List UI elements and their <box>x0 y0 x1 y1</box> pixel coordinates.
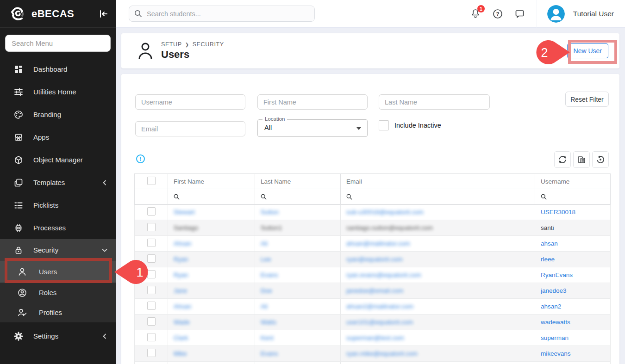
filter-email-input[interactable] <box>135 121 245 136</box>
grid-filter-row <box>135 189 611 204</box>
column-search-first-name[interactable] <box>168 189 255 204</box>
cell-first-name[interactable]: Ryan <box>174 271 188 278</box>
cell-username[interactable]: santi <box>541 224 554 231</box>
cell-last-name[interactable]: Doe <box>261 287 272 294</box>
cell-username[interactable]: RyanEvans <box>541 271 573 278</box>
sidebar-item-object-manager[interactable]: Object Manager <box>0 148 116 171</box>
cell-last-name[interactable]: Watts <box>261 319 276 326</box>
column-search-username[interactable] <box>535 189 611 204</box>
row-checkbox[interactable] <box>147 223 156 231</box>
cell-first-name[interactable]: Ryan <box>174 256 188 263</box>
collapse-sidebar-icon[interactable] <box>98 8 109 19</box>
column-header-first-name[interactable]: First Name <box>168 174 255 189</box>
cell-first-name[interactable]: Ahsan <box>174 240 191 247</box>
cell-username[interactable]: superman <box>541 334 569 341</box>
cell-first-name[interactable]: Clark <box>174 334 188 341</box>
sidebar-search-input[interactable] <box>5 35 111 52</box>
cell-username[interactable]: wadewatts <box>541 319 570 326</box>
cell-username[interactable]: janedoe3 <box>541 287 567 294</box>
column-header-last-name[interactable]: Last Name <box>255 174 341 189</box>
cell-last-name[interactable]: Ali <box>261 240 268 247</box>
cell-email[interactable]: ryan.evans@equatorit.com <box>346 271 421 278</box>
cell-first-name[interactable]: Ahsan <box>174 303 191 310</box>
restore-history-button[interactable] <box>592 151 609 168</box>
sidebar-item-templates[interactable]: Templates <box>0 171 116 194</box>
sidebar-item-label: Security <box>33 246 101 254</box>
cell-last-name[interactable]: Evans <box>261 271 278 278</box>
row-checkbox[interactable] <box>147 286 156 294</box>
user-name[interactable]: Tutorial User <box>573 10 614 18</box>
reset-filter-button[interactable]: Reset Filter <box>565 92 609 107</box>
cell-username[interactable]: ahsan <box>541 240 558 247</box>
cell-username[interactable]: mikeevans <box>541 350 571 357</box>
cell-email[interactable]: superman@test.com <box>346 334 404 341</box>
sidebar-item-picklists[interactable]: Picklists <box>0 194 116 216</box>
sidebar-search-wrap <box>0 28 116 58</box>
cell-email[interactable]: ryan.mike@equatorit.com <box>346 350 418 357</box>
column-header-email[interactable]: Email <box>341 174 535 189</box>
row-checkbox[interactable] <box>147 349 156 357</box>
filter-last-name-input[interactable] <box>379 94 490 110</box>
sidebar-item-profiles[interactable]: Profiles <box>0 302 116 322</box>
row-checkbox[interactable] <box>147 207 156 216</box>
cell-username[interactable]: rleee <box>541 256 555 263</box>
include-inactive-control[interactable]: Include Inactive <box>379 120 441 130</box>
copy-grid-button[interactable] <box>573 151 590 168</box>
location-select[interactable]: Location All <box>257 119 368 137</box>
sidebar-item-branding[interactable]: Branding <box>0 103 116 126</box>
column-search-last-name[interactable] <box>255 189 341 204</box>
student-search-input[interactable] <box>129 6 315 22</box>
cell-last-name[interactable]: Sutton <box>261 209 279 216</box>
cell-email[interactable]: ryan@equatorit.com <box>346 256 403 263</box>
chevron-left-icon <box>101 179 108 186</box>
include-inactive-checkbox[interactable] <box>379 120 389 130</box>
sidebar-item-apps[interactable]: Apps <box>0 126 116 148</box>
row-checkbox[interactable] <box>147 317 156 326</box>
cell-email[interactable]: user101@equatorit.com <box>346 319 413 326</box>
row-checkbox[interactable] <box>147 333 156 341</box>
info-icon[interactable]: ! <box>136 154 145 163</box>
row-checkbox[interactable] <box>147 239 156 247</box>
select-all-checkbox[interactable] <box>147 177 156 185</box>
cell-last-name[interactable]: Evans <box>261 350 278 357</box>
refresh-button[interactable] <box>554 151 571 168</box>
column-search-email[interactable] <box>341 189 535 204</box>
cell-email[interactable]: ahsan@mailinator.com <box>346 240 410 247</box>
sidebar-item-utilities-home[interactable]: Utilities Home <box>0 80 116 103</box>
sidebar-item-processes[interactable]: Processes <box>0 216 116 239</box>
sidebar-header: eBECAS <box>0 0 116 28</box>
cell-username[interactable]: USER30018 <box>541 209 575 216</box>
cell-first-name[interactable]: Jane <box>174 287 187 294</box>
cell-last-name[interactable]: Kent <box>261 334 274 341</box>
row-checkbox[interactable] <box>147 302 156 310</box>
breadcrumb-security[interactable]: SECURITY <box>193 41 224 48</box>
cell-first-name[interactable]: Mike <box>174 350 187 357</box>
cell-first-name[interactable]: Wade <box>174 319 190 326</box>
topbar: 1 ? Tutorial User <box>116 0 625 28</box>
help-button[interactable]: ? <box>492 8 503 19</box>
breadcrumb-setup[interactable]: SETUP <box>161 41 182 48</box>
breadcrumb: SETUP ❯ SECURITY <box>161 41 224 48</box>
cell-email[interactable]: sub-u30018@equatorit.com <box>346 209 424 216</box>
cell-first-name[interactable]: Santiago <box>174 224 198 231</box>
sidebar-item-dashboard[interactable]: Dashboard <box>0 58 116 80</box>
cell-first-name[interactable]: Stewart <box>174 209 195 216</box>
sidebar-item-roles[interactable]: Roles <box>0 283 116 302</box>
filter-first-name-input[interactable] <box>257 94 368 110</box>
cell-last-name[interactable]: Sutton1 <box>261 224 282 231</box>
chip-icon <box>14 223 23 233</box>
sidebar-item-security[interactable]: Security <box>0 239 116 261</box>
cell-last-name[interactable]: Ali <box>261 303 268 310</box>
search-icon <box>261 194 267 200</box>
cell-email[interactable]: janedoe@email.com <box>346 287 403 294</box>
cell-last-name[interactable]: Lee <box>261 256 271 263</box>
sidebar-item-settings[interactable]: Settings <box>0 325 116 347</box>
avatar[interactable] <box>547 5 565 23</box>
cell-username[interactable]: ahsan2 <box>541 303 561 310</box>
notifications-button[interactable]: 1 <box>470 8 481 19</box>
column-header-username[interactable]: Username <box>535 174 611 189</box>
cell-email[interactable]: ahsan2@mailinator.com <box>346 303 413 310</box>
filter-username-input[interactable] <box>135 94 245 110</box>
chat-button[interactable] <box>514 8 525 19</box>
cell-email[interactable]: santiago.sutton@equatorit.com <box>346 224 433 231</box>
